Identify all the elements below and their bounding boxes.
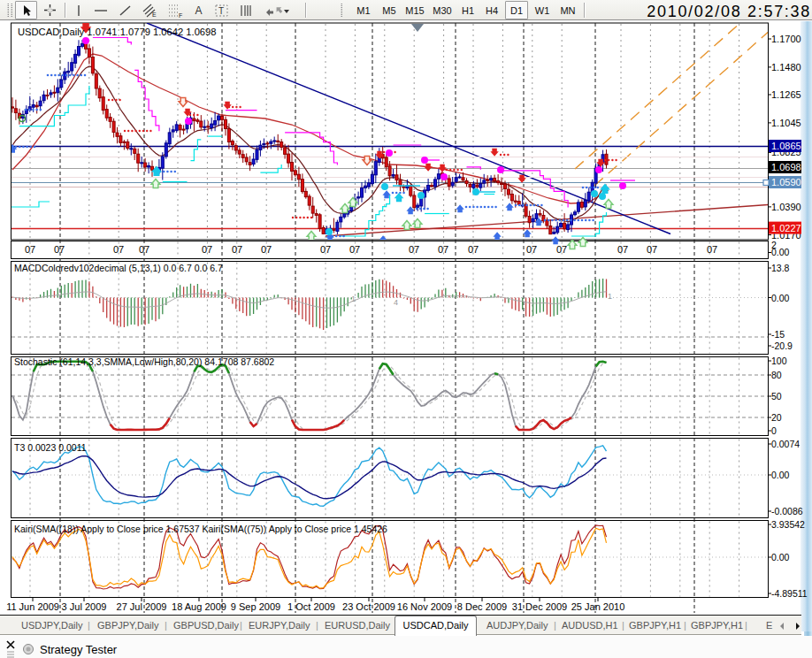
svg-text:0.00: 0.00 <box>771 247 790 257</box>
svg-text:0.0074: 0.0074 <box>771 439 800 449</box>
svg-text:18 Aug 2009: 18 Aug 2009 <box>172 601 226 612</box>
svg-text:07: 07 <box>54 244 65 255</box>
svg-text:07: 07 <box>113 244 124 255</box>
svg-text:1.1265: 1.1265 <box>771 89 801 100</box>
svg-text:1.0227: 1.0227 <box>771 223 801 233</box>
svg-text:27 Jul 2009: 27 Jul 2009 <box>117 601 167 612</box>
svg-text:25 Jan 2010: 25 Jan 2010 <box>571 601 625 612</box>
svg-text:1.1480: 1.1480 <box>771 62 801 73</box>
svg-text:07: 07 <box>647 244 657 255</box>
svg-text:16 Nov 2009: 16 Nov 2009 <box>397 601 452 612</box>
svg-text:50: 50 <box>771 391 782 402</box>
svg-text:1.1700: 1.1700 <box>771 34 801 44</box>
svg-text:80: 80 <box>771 370 782 380</box>
svg-text:0.00: 0.00 <box>771 552 790 562</box>
svg-text:0.00: 0.00 <box>771 470 790 480</box>
svg-text:31 Dec 2009: 31 Dec 2009 <box>512 601 567 612</box>
svg-text:-4.89511: -4.89511 <box>771 588 808 599</box>
svg-text:20: 20 <box>771 412 782 423</box>
svg-text:1.0390: 1.0390 <box>771 202 801 212</box>
svg-text:3.93542: 3.93542 <box>771 519 805 530</box>
svg-text:07: 07 <box>617 244 628 255</box>
svg-text:-20.9: -20.9 <box>771 340 793 351</box>
svg-text:0: 0 <box>771 425 777 436</box>
svg-text:MACDColoredv102decimal (5,13,1: MACDColoredv102decimal (5,13,1) 0.0 6.7 … <box>14 263 223 273</box>
svg-text:1: 1 <box>351 295 356 303</box>
svg-text:07: 07 <box>409 244 419 255</box>
svg-text:4: 4 <box>394 298 398 307</box>
svg-text:11 Jun 2009: 11 Jun 2009 <box>6 601 59 612</box>
svg-text:07: 07 <box>526 244 537 255</box>
svg-text:-15: -15 <box>771 329 785 340</box>
svg-text:07: 07 <box>438 244 448 255</box>
svg-text:T3 0.0023 0.0011: T3 0.0023 0.0011 <box>14 442 87 453</box>
svg-text:1: 1 <box>608 292 612 301</box>
svg-text:0.00: 0.00 <box>771 293 790 303</box>
svg-text:1.0865: 1.0865 <box>771 141 801 151</box>
svg-text:100: 100 <box>771 356 787 366</box>
svg-text:USDCAD,Daily 1.0741 1.0779 1.: USDCAD,Daily 1.0741 1.0779 1.0642 1.0698 <box>18 27 217 37</box>
svg-text:07: 07 <box>556 244 567 255</box>
svg-text:1 Oct 2009: 1 Oct 2009 <box>287 601 335 612</box>
svg-text:07: 07 <box>139 244 149 255</box>
svg-text:07: 07 <box>202 244 212 255</box>
svg-text:Kairi(SMA((18)) Apply to Close: Kairi(SMA((18)) Apply to Close price 1.6… <box>14 524 387 534</box>
svg-text:07: 07 <box>707 244 717 255</box>
svg-text:1.1045: 1.1045 <box>771 118 801 128</box>
svg-text:13.8: 13.8 <box>771 263 790 273</box>
svg-text:23 Oct 2009: 23 Oct 2009 <box>342 601 395 612</box>
svg-text:1.0698: 1.0698 <box>771 162 801 172</box>
svg-text:07: 07 <box>25 244 35 255</box>
svg-text:07: 07 <box>349 244 360 255</box>
svg-text:3 Jul 2009: 3 Jul 2009 <box>62 601 107 612</box>
svg-text:8 Dec 2009: 8 Dec 2009 <box>457 601 507 612</box>
svg-text:07: 07 <box>320 244 331 255</box>
svg-text:07: 07 <box>232 244 242 255</box>
svg-text:07: 07 <box>261 244 272 255</box>
svg-text:9 Sep 2009: 9 Sep 2009 <box>231 601 280 612</box>
svg-text:Stochastic (61,14,3,3,SMMA,Low: Stochastic (61,14,3,3,SMMA,Low/High,80,2… <box>14 356 274 367</box>
svg-text:07: 07 <box>468 244 479 255</box>
svg-text:-0.0086: -0.0086 <box>771 506 803 516</box>
svg-text:1.0590: 1.0590 <box>771 177 801 187</box>
